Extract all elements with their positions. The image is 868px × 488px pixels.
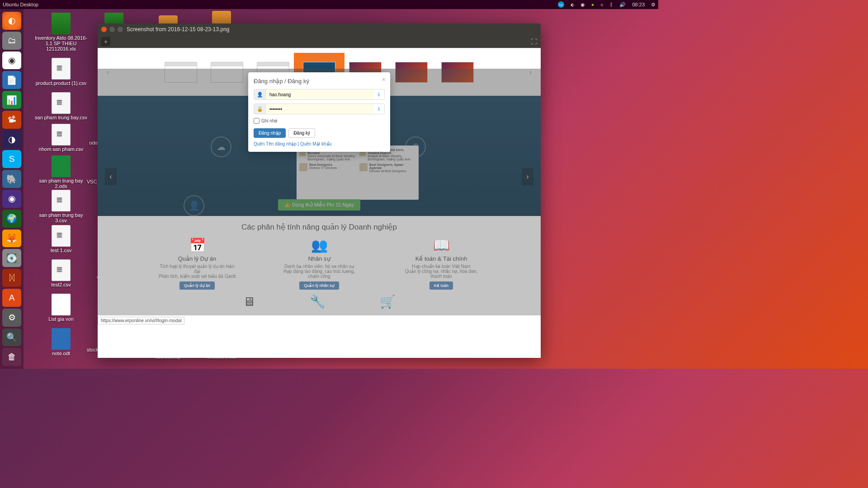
desktop-file[interactable]: san pham trung bay.csv (34, 92, 88, 120)
calc-icon[interactable]: 📊 (2, 91, 21, 109)
password-field: 🔒 ℹ (254, 103, 385, 114)
webpage: f in ▶ Demo ▾ Blog ▾ Tuyển dụng Đăng ký … (98, 69, 541, 324)
desktop-label: Ubuntu Desktop (3, 2, 38, 7)
pgadmin-icon[interactable]: 🐘 (2, 170, 21, 188)
wifi-icon[interactable]: ⟡ (600, 2, 604, 8)
username-field: 👤 ℹ (254, 89, 385, 100)
login-modal: × Đăng nhập / Đăng ký 👤 ℹ 🔒 ℹ Ghi nh (248, 72, 390, 152)
cart-icon: 🛒 (380, 294, 396, 309)
people-icon: 👥 (278, 236, 360, 253)
feature-button[interactable]: Kế toán (429, 282, 453, 290)
desktop-file[interactable]: test2.csv (34, 259, 88, 287)
forgot-password-link[interactable]: Quên Mật khẩu (300, 141, 331, 146)
forgot-links: Quên Tên đăng nhập | Quên Mật khẩu (254, 141, 385, 146)
desktop-file[interactable]: nhom san pham.csv (34, 124, 88, 152)
username-input[interactable] (266, 89, 373, 99)
server-icon: 🖥 (243, 294, 255, 309)
features-heading: Các phân hệ tính năng quản lý Doanh nghi… (98, 222, 541, 232)
writer-icon[interactable]: 📄 (2, 71, 21, 89)
window-title: Screenshot from 2016-12-15 08-23-13.png (127, 26, 229, 33)
drive-icon[interactable]: 💽 (2, 249, 21, 267)
status-bar-url: https://www.erponline.vn/vi/#login-modal (98, 317, 184, 324)
menu-bar: Ubuntu Desktop hp ⬖ ◉ ● ⟡ ᛒ 🔊 08:23 ⚙ (0, 0, 658, 9)
impress-icon[interactable]: 📽 (2, 111, 21, 129)
new-tab-button[interactable]: + (101, 37, 110, 46)
clock[interactable]: 08:23 (632, 2, 645, 7)
skype-icon[interactable]: S (2, 150, 21, 168)
volume-icon[interactable]: 🔊 (619, 2, 626, 8)
maximize-icon[interactable] (118, 27, 123, 32)
settings-icon[interactable]: ⚙ (2, 309, 21, 327)
software-icon[interactable]: A (2, 289, 21, 307)
signup-button[interactable]: Đăng ký (288, 128, 315, 138)
login-button[interactable]: Đăng nhập (254, 128, 286, 138)
modal-title: Đăng nhập / Đăng ký (254, 78, 385, 84)
rhythmbox-icon[interactable]: ◉ (2, 190, 21, 208)
user-icon: 👤 (254, 89, 266, 99)
dropbox-icon[interactable]: ⬖ (571, 2, 574, 8)
bluetooth-icon[interactable]: ᛒ (610, 2, 613, 7)
forgot-username-link[interactable]: Quên Tên đăng nhập (254, 141, 297, 146)
desktop-file[interactable]: product.product (1).csv (34, 58, 88, 86)
firefox-icon[interactable]: 🦊 (2, 230, 21, 248)
feature-button[interactable]: Quản lý dự án (179, 282, 215, 290)
wrench-icon: 🔧 (310, 294, 326, 309)
desktop-file[interactable]: test 1.csv (34, 225, 88, 253)
password-input[interactable] (266, 104, 373, 114)
desktop-file[interactable]: note.odt (34, 328, 88, 356)
features-section: Các phân hệ tính năng quản lý Doanh nghi… (98, 216, 541, 315)
close-icon[interactable] (101, 27, 107, 32)
desktop-file[interactable]: san pham trung bay 3.csv (34, 190, 88, 223)
dash-icon[interactable]: ◐ (2, 12, 21, 30)
remember-checkbox[interactable]: Ghi nhớ (254, 118, 385, 124)
status-dot-icon[interactable]: ● (591, 2, 594, 7)
hp-icon[interactable]: hp (558, 1, 564, 8)
marble-icon[interactable]: 🌍 (2, 210, 21, 228)
info-icon[interactable]: ℹ (373, 89, 384, 99)
window-titlebar[interactable]: Screenshot from 2016-12-15 08-23-13.png (98, 23, 541, 35)
unity-launcher: ◐ 🗂 ◉ 📄 📊 📽 ◑ S 🐘 ◉ 🌍 🦊 💽 ᛞ A ⚙ 🔍 🗑 (0, 9, 24, 369)
eclipse-icon[interactable]: ◑ (2, 131, 21, 149)
feature-card: 📅 Quản lý Dự án Tích hợp lý thuyết quản … (156, 236, 238, 290)
feature-button[interactable]: Quản lý nhân sự (299, 282, 339, 290)
book-icon: 📖 (401, 236, 482, 253)
image-viewer-window: Screenshot from 2016-12-15 08-23-13.png … (98, 23, 541, 358)
fullscreen-icon[interactable]: ⛶ (531, 38, 537, 45)
feature-card: 👥 Nhân sự Danh bạ nhân viên, hồ sơ nhân … (278, 236, 360, 290)
trash-icon[interactable]: 🗑 (2, 348, 21, 366)
calendar-icon: 📅 (156, 236, 238, 253)
lock-icon: 🔒 (254, 104, 266, 114)
feature-card: 📖 Kế toán & Tài chính Hợp chuẩn kế toán … (401, 236, 482, 290)
desktop-file[interactable]: san pham trung bay 2.ods (34, 155, 88, 189)
info-icon[interactable]: ℹ (373, 104, 384, 114)
desktop-file[interactable]: Inventory Aldo 08.2016-1.1 SP THIEU 1211… (34, 13, 88, 52)
files-icon[interactable]: 🗂 (2, 32, 21, 50)
modal-close-icon[interactable]: × (382, 76, 386, 83)
minimize-icon[interactable] (109, 27, 115, 32)
chrome-indicator-icon[interactable]: ◉ (580, 2, 585, 8)
power-icon[interactable]: ⚙ (651, 2, 656, 8)
screenshot-content: 📧Hộp thư đến - Od× 🟦Vào đâu để xem× 🟦Điể… (98, 48, 541, 324)
meld-icon[interactable]: ᛞ (2, 269, 21, 287)
desktop-file[interactable]: List gia von (34, 294, 88, 322)
chrome-icon[interactable]: ◉ (2, 52, 21, 70)
lens-icon[interactable]: 🔍 (2, 328, 21, 347)
